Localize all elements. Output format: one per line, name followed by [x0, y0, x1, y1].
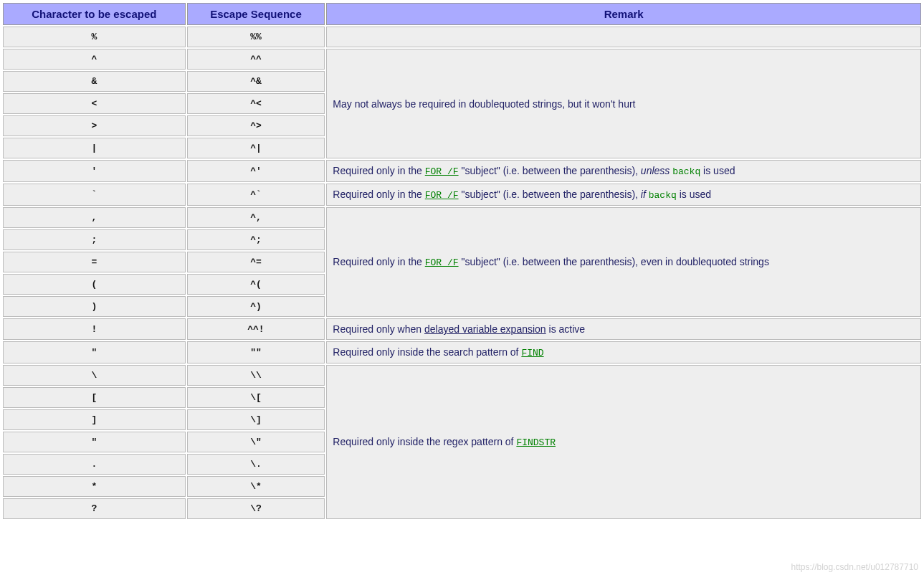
- delayed-expansion-link[interactable]: delayed variable expansion: [424, 323, 546, 335]
- header-char: Character to be escaped: [3, 3, 186, 25]
- for-f-link[interactable]: FOR /F: [425, 166, 459, 177]
- table-header-row: Character to be escaped Escape Sequence …: [3, 3, 921, 25]
- cell-char: (: [3, 274, 186, 295]
- cell-seq: \[: [187, 387, 325, 408]
- cell-seq: "": [187, 341, 325, 363]
- cell-char: *: [3, 476, 186, 497]
- header-remark: Remark: [326, 3, 921, 25]
- cell-char: !: [3, 318, 186, 340]
- remark-em: if: [641, 189, 646, 200]
- cell-char: ;: [3, 229, 186, 250]
- cell-char: ": [3, 341, 186, 363]
- cell-char: .: [3, 454, 186, 475]
- cell-seq: \]: [187, 409, 325, 430]
- cell-seq: \.: [187, 454, 325, 475]
- table-row: ! ^^! Required only when delayed variabl…: [3, 318, 921, 340]
- table-row: \ \\ Required only inside the regex patt…: [3, 365, 921, 386]
- find-link[interactable]: FIND: [521, 348, 543, 358]
- cell-seq: ^`: [187, 184, 325, 206]
- cell-seq: ^;: [187, 229, 325, 250]
- remark-code: backq: [672, 166, 700, 177]
- cell-char: ,: [3, 207, 186, 228]
- remark-text: Required only inside the regex pattern o…: [333, 436, 516, 447]
- cell-seq: ^=: [187, 252, 325, 272]
- cell-remark: Required only in the FOR /F "subject" (i…: [326, 207, 921, 317]
- remark-text: "subject" (i.e. between the parenthesis)…: [459, 256, 769, 267]
- cell-remark: Required only in the FOR /F "subject" (i…: [326, 184, 921, 206]
- remark-text: is active: [546, 323, 585, 335]
- table-row: ' ^' Required only in the FOR /F "subjec…: [3, 160, 921, 182]
- findstr-link[interactable]: FINDSTR: [516, 437, 556, 448]
- cell-seq: \*: [187, 476, 325, 497]
- remark-text: Required only in the: [333, 256, 424, 267]
- cell-char: %: [3, 27, 186, 47]
- cell-seq: \": [187, 432, 325, 452]
- cell-seq: ^&: [187, 71, 325, 92]
- remark-text: Required only in the: [333, 189, 424, 200]
- cell-char: >: [3, 115, 186, 136]
- remark-text: May not always be required in doublequot…: [333, 98, 635, 110]
- cell-char: ?: [3, 498, 186, 519]
- table-row: , ^, Required only in the FOR /F "subjec…: [3, 207, 921, 228]
- for-f-link[interactable]: FOR /F: [425, 257, 459, 268]
- cell-seq: ^>: [187, 115, 325, 136]
- cell-char: ": [3, 432, 186, 452]
- cell-seq: ^': [187, 160, 325, 182]
- cell-seq: ^,: [187, 207, 325, 228]
- cell-char: ]: [3, 409, 186, 430]
- remark-text: "subject" (i.e. between the parenthesis)…: [459, 165, 641, 176]
- for-f-link[interactable]: FOR /F: [425, 190, 459, 201]
- cell-remark: May not always be required in doublequot…: [326, 49, 921, 158]
- cell-seq: ^(: [187, 274, 325, 295]
- cell-char: =: [3, 252, 186, 272]
- cell-seq: ^^!: [187, 318, 325, 340]
- table-row: ^ ^^ May not always be required in doubl…: [3, 49, 921, 70]
- cell-char: [: [3, 387, 186, 408]
- table-row: ` ^` Required only in the FOR /F "subjec…: [3, 184, 921, 206]
- cell-char: \: [3, 365, 186, 386]
- table-row: " "" Required only inside the search pat…: [3, 341, 921, 363]
- cell-seq: ^<: [187, 93, 325, 114]
- cell-remark: Required only inside the regex pattern o…: [326, 365, 921, 519]
- remark-text: Required only in the: [333, 165, 424, 176]
- cell-char: ): [3, 296, 186, 317]
- cell-remark: Required only when delayed variable expa…: [326, 318, 921, 340]
- remark-text: is used: [677, 189, 711, 200]
- cell-char: `: [3, 184, 186, 206]
- escape-table: Character to be escaped Escape Sequence …: [1, 1, 923, 521]
- cell-seq: ^^: [187, 49, 325, 70]
- remark-text: Required only inside the search pattern …: [333, 346, 521, 358]
- cell-seq: %%: [187, 27, 325, 47]
- cell-seq: \\: [187, 365, 325, 386]
- cell-char: ': [3, 160, 186, 182]
- cell-char: &: [3, 71, 186, 92]
- cell-char: |: [3, 138, 186, 158]
- remark-text: "subject" (i.e. between the parenthesis)…: [459, 189, 641, 200]
- cell-char: <: [3, 93, 186, 114]
- cell-seq: ^|: [187, 138, 325, 158]
- header-seq: Escape Sequence: [187, 3, 325, 25]
- remark-em: unless: [641, 165, 670, 176]
- cell-remark: Required only inside the search pattern …: [326, 341, 921, 363]
- cell-seq: ^): [187, 296, 325, 317]
- table-row: % %%: [3, 27, 921, 47]
- cell-remark: Required only in the FOR /F "subject" (i…: [326, 160, 921, 182]
- remark-text: is used: [700, 165, 735, 176]
- remark-text: Required only when: [333, 323, 424, 335]
- cell-char: ^: [3, 49, 186, 70]
- remark-code: backq: [649, 190, 677, 201]
- cell-remark: [326, 27, 921, 47]
- cell-seq: \?: [187, 498, 325, 519]
